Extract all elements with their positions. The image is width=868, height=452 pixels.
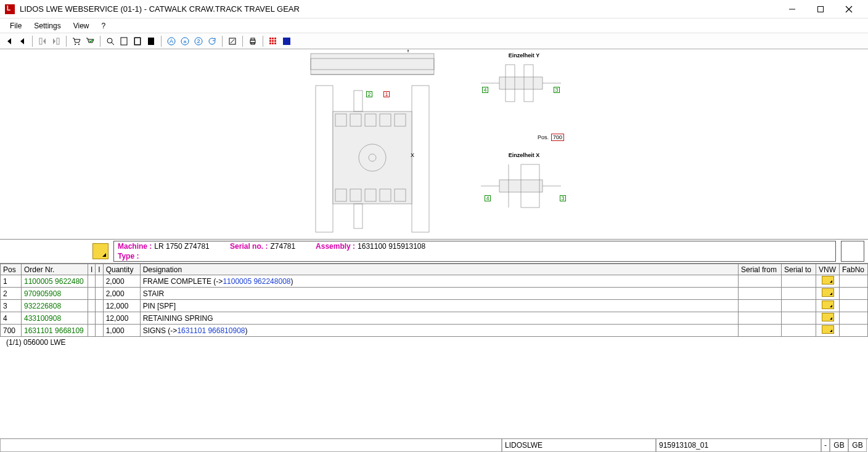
cell-fab — [840, 312, 868, 325]
drawing-canvas[interactable]: Y X 2 1 Einzelheit Y 4 3 Pos. 700 Einzel… — [0, 49, 868, 239]
table-row[interactable]: 443310090812,000RETAINING SPRING — [1, 312, 868, 325]
svg-rect-22 — [251, 38, 255, 40]
doc-c-icon[interactable] — [145, 35, 157, 47]
table-row[interactable]: 7001631101 96681091,000SIGNS (->1631101 … — [1, 325, 868, 337]
svg-rect-12 — [135, 38, 140, 44]
callout-4-top[interactable]: 4 — [482, 87, 488, 93]
cell-order: 932226808 — [22, 300, 88, 312]
cell-qty: 1,000 — [103, 325, 140, 337]
callout-3-bottom[interactable]: 3 — [560, 195, 566, 201]
table-row[interactable]: 11100005 96224802,000FRAME COMPLETE (->1… — [1, 275, 868, 288]
machine-label: Machine : — [118, 242, 152, 251]
cell-order: 433100908 — [22, 312, 88, 325]
a1-icon[interactable]: A — [165, 35, 178, 47]
col-vnw[interactable]: VNW — [816, 264, 840, 275]
order-link[interactable]: 1631101 9668109 — [24, 326, 84, 335]
cell-pos: 700 — [1, 325, 22, 337]
callout-1[interactable]: 1 — [383, 91, 390, 97]
grid-red-icon[interactable] — [267, 35, 279, 47]
table-row[interactable]: 393222680812,000PIN [SPF] — [1, 300, 868, 312]
col-pos[interactable]: Pos — [1, 264, 22, 275]
col-sfrom[interactable]: Serial from — [739, 264, 782, 275]
refresh-icon[interactable] — [206, 35, 218, 47]
desig-link[interactable]: 1631101 966810908 — [177, 326, 245, 335]
col-desig[interactable]: Designation — [140, 264, 738, 275]
desig-link[interactable]: 1100005 962248008 — [223, 277, 290, 286]
type-label: Type : — [118, 252, 139, 260]
close-button[interactable] — [835, 0, 863, 18]
info-expand-button[interactable] — [92, 243, 108, 259]
serial-value: Z74781 — [270, 242, 295, 251]
app-icon — [5, 4, 15, 14]
vnw-button[interactable] — [822, 276, 834, 285]
cell-qty: 2,000 — [103, 288, 140, 300]
svg-rect-32 — [274, 42, 276, 44]
cart-check-icon[interactable] — [84, 35, 96, 47]
col-qty[interactable]: Quantity — [103, 264, 140, 275]
minimize-button[interactable] — [778, 0, 806, 18]
svg-point-8 — [107, 38, 112, 43]
menu-settings[interactable]: Settings — [28, 22, 67, 30]
zoom-icon[interactable] — [104, 35, 117, 47]
cell-i2 — [96, 312, 103, 325]
doc-a-icon[interactable] — [118, 35, 130, 47]
bookmark-next-icon[interactable] — [50, 35, 62, 47]
vnw-button[interactable] — [822, 325, 834, 334]
cart-icon[interactable] — [70, 35, 83, 47]
callout-4-bottom[interactable]: 4 — [485, 195, 491, 201]
machine-value: LR 1750 Z74781 — [154, 242, 209, 251]
col-i2[interactable]: I — [96, 264, 103, 275]
num2-icon[interactable]: 2 — [192, 35, 205, 47]
detail-y: Einzelheit Y — [475, 52, 573, 109]
col-i1[interactable]: I — [88, 264, 96, 275]
callout-2[interactable]: 2 — [366, 91, 372, 97]
menu-view[interactable]: View — [67, 22, 96, 30]
menu-bar: File Settings View ? — [0, 18, 868, 33]
svg-text:Y: Y — [406, 50, 410, 54]
status-cell-1 — [0, 439, 502, 452]
cell-i1 — [88, 325, 96, 337]
order-link[interactable]: 1100005 9622480 — [24, 277, 84, 286]
bookmark-prev-icon[interactable] — [36, 35, 49, 47]
detail-y-label: Einzelheit Y — [475, 52, 573, 59]
a2-icon[interactable]: a — [179, 35, 191, 47]
vnw-button[interactable] — [822, 301, 834, 309]
menu-file[interactable]: File — [4, 22, 28, 30]
cell-fab — [840, 325, 868, 337]
cell-i2 — [96, 300, 103, 312]
cell-pos: 1 — [1, 275, 22, 288]
svg-rect-1 — [818, 6, 824, 12]
toolbar: A a 2 — [0, 33, 868, 49]
cell-qty: 12,000 — [103, 300, 140, 312]
nav-prev-icon[interactable] — [16, 35, 28, 47]
edit-icon[interactable] — [226, 35, 239, 47]
svg-rect-25 — [272, 38, 274, 39]
svg-rect-26 — [274, 38, 276, 39]
vnw-button[interactable] — [822, 288, 834, 297]
order-link[interactable]: 433100908 — [24, 314, 61, 323]
table-row[interactable]: 29709059082,000STAIR — [1, 288, 868, 300]
pos-value[interactable]: 700 — [551, 134, 564, 141]
svg-rect-5 — [57, 38, 59, 44]
col-sto[interactable]: Serial to — [782, 264, 816, 275]
nav-first-icon[interactable] — [2, 35, 15, 47]
col-order[interactable]: Order Nr. — [22, 264, 88, 275]
cell-fab — [840, 288, 868, 300]
maximize-button[interactable] — [806, 0, 835, 18]
grid-blue-icon[interactable] — [280, 35, 293, 47]
menu-help[interactable]: ? — [96, 22, 112, 30]
svg-text:X: X — [411, 152, 414, 158]
cell-pos: 2 — [1, 288, 22, 300]
order-link[interactable]: 970905908 — [24, 289, 61, 298]
order-link[interactable]: 932226808 — [24, 302, 61, 310]
doc-b-icon[interactable] — [131, 35, 144, 47]
print-icon[interactable] — [247, 35, 259, 47]
callout-3-top[interactable]: 3 — [554, 87, 560, 93]
svg-rect-30 — [269, 42, 271, 44]
detail-x: Einzelheit X — [475, 152, 573, 215]
col-fab[interactable]: FabNo — [840, 264, 868, 275]
cell-order: 970905908 — [22, 288, 88, 300]
cell-qty: 12,000 — [103, 312, 140, 325]
vnw-button[interactable] — [822, 313, 834, 321]
svg-rect-33 — [283, 38, 290, 45]
